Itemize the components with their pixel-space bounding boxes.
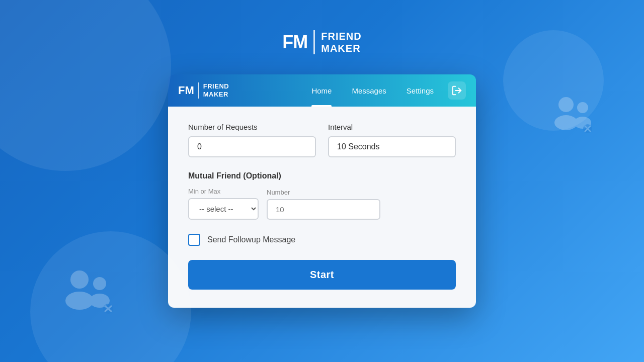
bg-blob-1: [0, 0, 171, 171]
bg-blob-3: [503, 30, 604, 131]
main-card: FM FRIEND MAKER Home Messages Settings N…: [168, 74, 476, 308]
card-nav-name: FRIEND MAKER: [203, 82, 229, 98]
svg-line-12: [585, 126, 591, 132]
svg-point-0: [70, 270, 89, 289]
svg-point-4: [103, 304, 113, 314]
requests-input[interactable]: [188, 136, 316, 157]
followup-checkbox-row: Send Followup Message: [188, 234, 456, 246]
svg-line-5: [105, 306, 112, 312]
top-logo-fm: FM: [282, 32, 307, 53]
svg-point-11: [583, 124, 592, 133]
followup-label: Send Followup Message: [207, 235, 295, 244]
nav-settings[interactable]: Settings: [396, 74, 444, 107]
deco-friend-icon-left: [60, 264, 116, 322]
deco-friend-icon-right: [548, 90, 594, 138]
card-navbar: FM FRIEND MAKER Home Messages Settings: [168, 74, 476, 107]
top-logo: FM FRIEND MAKER: [282, 30, 361, 54]
svg-point-1: [65, 292, 94, 310]
svg-point-7: [558, 97, 574, 112]
interval-input[interactable]: [328, 136, 456, 157]
interval-group: Interval: [328, 123, 456, 157]
card-nav-fm: FM: [178, 84, 194, 97]
min-max-select[interactable]: -- select -- Min Max: [188, 198, 259, 220]
card-body: Number of Requests Interval Mutual Frien…: [168, 107, 476, 308]
card-nav-divider: [198, 82, 199, 99]
requests-interval-row: Number of Requests Interval: [188, 123, 456, 157]
start-button[interactable]: Start: [188, 260, 456, 290]
svg-line-6: [105, 306, 112, 312]
svg-point-10: [574, 117, 591, 129]
mutual-row: Min or Max -- select -- Min Max Number: [188, 188, 456, 220]
nav-home[interactable]: Home: [301, 74, 342, 107]
mutual-section: Mutual Friend (Optional) Min or Max -- s…: [188, 171, 456, 220]
min-max-label: Min or Max: [188, 188, 259, 195]
card-nav-links: Home Messages Settings: [301, 74, 444, 107]
interval-label: Interval: [328, 123, 456, 131]
card-nav-logo: FM FRIEND MAKER: [178, 82, 229, 99]
number-group: Number: [267, 189, 380, 220]
requests-group: Number of Requests: [188, 123, 316, 157]
mutual-title: Mutual Friend (Optional): [188, 171, 456, 180]
followup-checkbox[interactable]: [188, 234, 200, 246]
svg-point-3: [90, 294, 110, 308]
svg-point-2: [93, 277, 106, 290]
number-input[interactable]: [267, 199, 380, 220]
svg-line-13: [585, 126, 591, 132]
requests-label: Number of Requests: [188, 123, 316, 131]
min-max-group: Min or Max -- select -- Min Max: [188, 188, 259, 220]
number-label: Number: [267, 189, 380, 196]
nav-messages[interactable]: Messages: [342, 74, 396, 107]
top-logo-divider: [313, 30, 315, 54]
svg-point-9: [577, 102, 588, 113]
svg-point-8: [554, 115, 578, 130]
logout-button[interactable]: [448, 81, 466, 100]
bg-blob-2: [30, 231, 191, 362]
top-logo-text: FRIEND MAKER: [321, 30, 361, 54]
